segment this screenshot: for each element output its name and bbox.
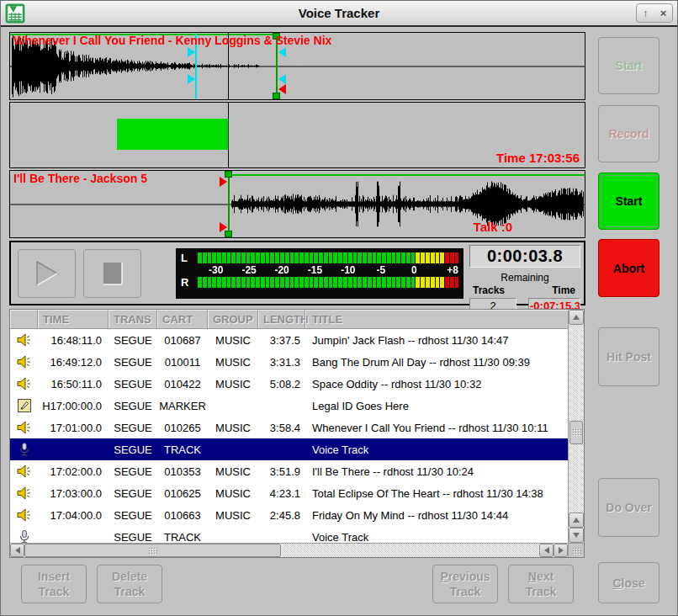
record-button[interactable]: Record	[598, 105, 659, 162]
log-row[interactable]: 17:01:00.0 SEGUE 010265 MUSIC 3:58.4 Whe…	[10, 417, 568, 438]
log-row[interactable]: 16:48:11.0 SEGUE 010687 MUSIC 3:37.5 Jum…	[10, 329, 568, 351]
row-trans: SEGUE	[109, 487, 157, 500]
hit-post-button[interactable]: Hit Post	[598, 327, 659, 386]
row-type-icon	[10, 354, 38, 369]
row-time: 16:50:11.0	[38, 378, 109, 390]
row-group: MUSIC	[208, 487, 258, 500]
row-length: 3:31.3	[258, 356, 305, 369]
segue-marker-handle-icon[interactable]	[188, 74, 195, 84]
row-trans: SEGUE	[109, 443, 157, 456]
voicetrack-region[interactable]	[117, 119, 228, 150]
log-row[interactable]: H17:00:00.0 SEGUE MARKER Legal ID Goes H…	[10, 395, 568, 417]
col-cart[interactable]: CART	[157, 310, 208, 329]
shade-icon[interactable]: ↑	[638, 5, 654, 21]
end-marker-handle-icon[interactable]	[278, 84, 286, 94]
row-length: 3:37.5	[258, 334, 305, 347]
col-group[interactable]: GROUP	[208, 310, 258, 329]
log-row[interactable]: 17:02:00.0 SEGUE 010353 MUSIC 3:51.9 I'l…	[10, 460, 568, 482]
start-track1-button[interactable]: Start	[598, 37, 659, 94]
track3-start-marker-line[interactable]	[228, 171, 230, 237]
hscroll-track[interactable]	[281, 544, 539, 557]
row-time: 16:48:11.0	[38, 334, 109, 347]
segue-marker-handle-icon[interactable]	[188, 47, 195, 57]
scroll-down-icon[interactable]	[569, 528, 584, 543]
scroll-up-icon[interactable]	[569, 512, 584, 528]
current-time-label: Time 17:03:56	[496, 151, 580, 165]
horizontal-scrollbar[interactable]	[10, 543, 568, 557]
vscroll-track[interactable]	[569, 325, 584, 512]
log-row[interactable]: 16:49:12.0 SEGUE 010011 MUSIC 3:31.3 Ban…	[10, 351, 568, 373]
row-group: MUSIC	[208, 356, 258, 369]
window-title: Voice Tracker	[1, 6, 677, 20]
log-row[interactable]: 17:04:00.0 SEGUE 010663 MUSIC 2:45.8 Fri…	[10, 504, 568, 526]
log-row[interactable]: 16:50:11.0 SEGUE 010422 MUSIC 5:08.2 Spa…	[10, 373, 568, 395]
window-controls: ↑ ×	[636, 3, 673, 23]
meter-scale: -30-25-20-15-10-50+8	[198, 264, 458, 276]
row-cart: 010265	[157, 422, 208, 434]
hscroll-handle[interactable]	[24, 544, 281, 557]
row-title: Legal ID Goes Here	[305, 400, 568, 412]
play-icon	[34, 260, 60, 287]
row-time: 17:02:00.0	[38, 465, 109, 478]
row-length: 3:58.4	[258, 422, 305, 434]
row-length: 3:51.9	[258, 465, 305, 478]
col-icon[interactable]	[10, 310, 38, 329]
col-length[interactable]: LENGTH	[258, 310, 305, 329]
scroll-left-icon[interactable]	[10, 544, 24, 557]
vu-meter: L -30-25-20-15-10-50+8 R	[176, 248, 463, 299]
row-title: Voice Track	[305, 531, 568, 544]
next-track-button[interactable]: NextTrack	[508, 565, 574, 603]
row-cart: MARKER	[157, 400, 208, 412]
row-cart: 010625	[157, 487, 208, 500]
start-marker-handle-icon[interactable]	[220, 177, 227, 187]
track1-waveform-panel[interactable]: Whenever I Call You Friend - Kenny Loggi…	[9, 32, 585, 100]
do-over-button[interactable]: Do Over	[598, 478, 659, 537]
row-trans: SEGUE	[109, 356, 157, 369]
stop-button[interactable]	[83, 249, 141, 298]
col-time[interactable]: TIME	[38, 310, 109, 329]
col-trans[interactable]: TRANS	[109, 310, 157, 329]
vertical-scrollbar[interactable]	[568, 310, 584, 543]
row-type-icon	[10, 420, 38, 435]
row-cart: 010687	[157, 334, 208, 347]
fade-marker-handle-icon[interactable]	[278, 47, 286, 57]
fade-marker-handle-icon[interactable]	[278, 74, 286, 84]
transport-section: L -30-25-20-15-10-50+8 R 0:00:03.8 Remai…	[9, 241, 585, 305]
vscroll-handle[interactable]	[569, 421, 583, 444]
row-trans: SEGUE	[109, 334, 157, 347]
log-body: 16:48:11.0 SEGUE 010687 MUSIC 3:37.5 Jum…	[10, 329, 568, 543]
row-group: MUSIC	[208, 378, 258, 390]
play-button[interactable]	[18, 249, 76, 298]
voice-tracker-window: Voice Tracker ↑ × Whenever I Call You Fr…	[0, 0, 678, 616]
row-type-icon	[10, 332, 38, 348]
track3-waveform-panel[interactable]: I'll Be There - Jackson 5 Talk :0	[9, 170, 585, 238]
abort-button[interactable]: Abort	[598, 239, 659, 297]
start-track3-button[interactable]: Start	[598, 173, 659, 230]
row-trans: SEGUE	[109, 400, 157, 412]
row-type-icon	[10, 464, 38, 479]
row-trans: SEGUE	[109, 422, 157, 434]
row-cart: 010353	[157, 465, 208, 478]
insert-track-button[interactable]: InsertTrack	[21, 565, 87, 603]
voicetrack-panel[interactable]: Time 17:03:56	[9, 102, 585, 168]
scroll-right-icon[interactable]	[554, 544, 568, 557]
previous-track-button[interactable]: PreviousTrack	[432, 565, 498, 603]
row-group: MUSIC	[208, 509, 258, 522]
row-time: 17:04:00.0	[38, 509, 109, 522]
scroll-left-icon[interactable]	[539, 544, 554, 557]
meter-left-label: L	[181, 252, 194, 264]
row-title: Space Oddity -- rdhost 11/30 10:32	[305, 378, 568, 390]
row-group: MUSIC	[208, 334, 258, 347]
scroll-up-icon[interactable]	[569, 310, 584, 325]
close-button[interactable]: Close	[598, 562, 659, 603]
row-trans: SEGUE	[109, 531, 157, 544]
close-icon[interactable]: ×	[655, 5, 671, 21]
col-title[interactable]: TITLE	[305, 310, 568, 329]
track3-fade-line	[228, 174, 585, 176]
log-row[interactable]: SEGUE TRACK Voice Track	[10, 526, 568, 543]
delete-track-button[interactable]: DeleteTrack	[97, 565, 162, 603]
log-row[interactable]: 17:03:00.0 SEGUE 010625 MUSIC 4:23.1 Tot…	[10, 482, 568, 504]
start-marker-handle-icon[interactable]	[220, 222, 227, 232]
log-row[interactable]: SEGUE TRACK Voice Track	[10, 438, 568, 460]
meter-right-segments	[198, 276, 458, 289]
